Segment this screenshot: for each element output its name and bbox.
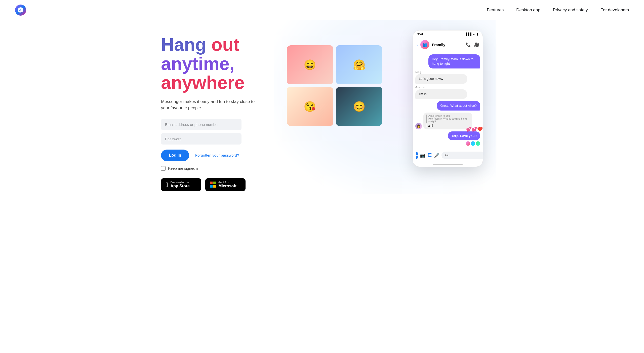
reply-to-label: Alice replied to You Hey Framily! Who is… bbox=[426, 115, 469, 123]
contact-avatar: 👥 bbox=[420, 40, 429, 49]
reply-message-text: I am! bbox=[426, 124, 433, 127]
hero-title: Hang out anytime, anywhere bbox=[161, 35, 277, 92]
message-2-received: Let's gooo noww bbox=[415, 74, 467, 84]
message-1-sent: Hey Framily! Who is down to hang tonight bbox=[428, 54, 480, 68]
message-3-sender: Gordon bbox=[415, 86, 480, 89]
form-actions: Log In Forgotten your password? bbox=[161, 150, 277, 161]
hearts-text: Yerp. Love you!! bbox=[451, 134, 477, 138]
left-panel: Hang out anytime, anywhere Messenger mak… bbox=[161, 30, 277, 191]
wifi-icon: ▲ bbox=[472, 32, 475, 36]
login-button[interactable]: Log In bbox=[161, 150, 189, 161]
app-downloads:  Download on the App Store Get it from … bbox=[161, 178, 277, 191]
image-icon[interactable]: 🖼 bbox=[427, 153, 432, 158]
message-4-sent: Great! What about Alice? bbox=[437, 101, 480, 111]
phone-header-actions: 📞 🎥 bbox=[466, 42, 479, 47]
phone-mockup: 9:41 ▐▐▐ ▲ ▮ ‹ 👥 Framily 📞 🎥 bbox=[413, 30, 483, 167]
nav-privacy-safety[interactable]: Privacy and safety bbox=[553, 8, 588, 12]
keep-signed-container: Keep me signed in bbox=[161, 166, 277, 171]
camera-icon[interactable]: 📷 bbox=[420, 153, 425, 158]
message-5-reply: Alice replied to You Hey Framily! Who is… bbox=[423, 113, 472, 129]
video-cell-4: 😊 bbox=[336, 87, 382, 126]
seen-avatar-1 bbox=[466, 141, 470, 146]
add-icon[interactable]: + bbox=[416, 152, 418, 159]
hearts-bubble: Yerp. Love you!! bbox=[448, 131, 480, 140]
nav-links: Features Desktop app Privacy and safety … bbox=[487, 8, 629, 13]
password-input[interactable] bbox=[161, 133, 242, 145]
hero-word-anytime: anytime, bbox=[161, 54, 234, 74]
video-call-grid: 😄 🤗 😘 😊 bbox=[287, 45, 382, 126]
seen-avatar-2 bbox=[471, 141, 475, 146]
messenger-logo-icon bbox=[15, 5, 26, 16]
alice-mini-avatar: 👩 bbox=[415, 123, 422, 129]
home-indicator bbox=[433, 164, 463, 165]
video-cell-2: 🤗 bbox=[336, 45, 382, 84]
main-content: Hang out anytime, anywhere Messenger mak… bbox=[146, 20, 498, 206]
phone-messages: Hey Framily! Who is down to hang tonight… bbox=[413, 51, 483, 149]
microsoft-badge-big: Microsoft bbox=[218, 184, 236, 188]
message-6-hearts: 💕💕❤️ Yerp. Love you!! bbox=[448, 131, 480, 146]
nav-features[interactable]: Features bbox=[487, 8, 504, 12]
keep-signed-checkbox[interactable] bbox=[161, 166, 166, 171]
phone-status-bar: 9:41 ▐▐▐ ▲ ▮ bbox=[413, 30, 483, 38]
signal-icon: ▐▐▐ bbox=[465, 32, 472, 36]
right-panel: 😄 🤗 😘 😊 9:41 ▐▐▐ ▲ ▮ bbox=[287, 30, 483, 181]
apple-icon:  bbox=[166, 181, 168, 189]
back-button[interactable]: ‹ bbox=[416, 42, 418, 47]
message-2-group: Ning Let's gooo noww bbox=[415, 70, 480, 84]
microsoft-badge-small: Get it from bbox=[218, 181, 236, 184]
video-call-icon[interactable]: 🎥 bbox=[474, 42, 479, 47]
hero-subtitle: Messenger makes it easy and fun to stay … bbox=[161, 98, 257, 111]
contact-name: Framily bbox=[432, 43, 463, 47]
seen-avatars bbox=[448, 141, 480, 146]
keep-signed-label: Keep me signed in bbox=[168, 166, 199, 170]
video-cell-1: 😄 bbox=[287, 45, 333, 84]
microsoft-logo-icon bbox=[210, 182, 216, 188]
apple-badge-small: Download on the bbox=[171, 181, 190, 184]
navbar: Features Desktop app Privacy and safety … bbox=[0, 0, 644, 20]
seen-avatar-3 bbox=[476, 141, 480, 146]
login-form bbox=[161, 119, 277, 145]
battery-icon: ▮ bbox=[476, 32, 478, 36]
video-cell-3: 😘 bbox=[287, 87, 333, 126]
microphone-icon[interactable]: 🎤 bbox=[434, 153, 439, 158]
email-input[interactable] bbox=[161, 119, 242, 130]
logo[interactable] bbox=[15, 5, 26, 16]
message-2-sender: Ning bbox=[415, 70, 480, 74]
microsoft-store-badge[interactable]: Get it from Microsoft bbox=[205, 178, 246, 191]
hero-word-hang: Hang bbox=[161, 34, 206, 55]
floating-hearts-icon: 💕💕❤️ bbox=[466, 126, 483, 132]
hero-word-out: out bbox=[211, 34, 239, 55]
forgot-password-link[interactable]: Forgotten your password? bbox=[195, 153, 239, 157]
nav-for-developers[interactable]: For developers bbox=[600, 8, 629, 12]
phone-status-icons: ▐▐▐ ▲ ▮ bbox=[465, 32, 478, 36]
phone-call-icon[interactable]: 📞 bbox=[466, 42, 471, 47]
phone-input-bar: + 📷 🖼 🎤 🙂 👍 bbox=[413, 149, 483, 162]
phone-time: 9:41 bbox=[417, 32, 423, 36]
apple-badge-big: App Store bbox=[171, 184, 190, 188]
message-3-group: Gordon I'm in! bbox=[415, 86, 480, 99]
phone-text-input[interactable] bbox=[441, 152, 483, 159]
phone-header: ‹ 👥 Framily 📞 🎥 bbox=[413, 38, 483, 51]
apple-store-badge[interactable]:  Download on the App Store bbox=[161, 178, 201, 191]
nav-desktop-app[interactable]: Desktop app bbox=[516, 8, 540, 12]
hero-word-anywhere: anywhere bbox=[161, 73, 245, 93]
message-3-received: I'm in! bbox=[415, 89, 467, 99]
